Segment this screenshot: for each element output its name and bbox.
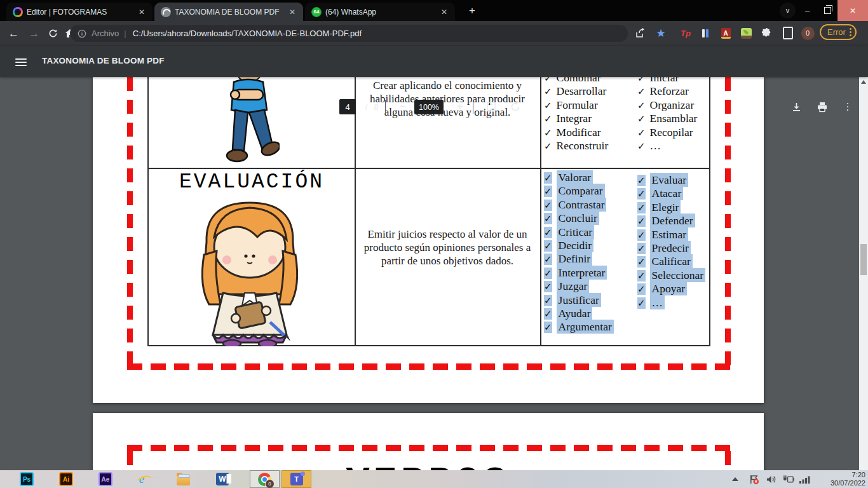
evaluation-row-title: EVALUACIÓN — [149, 170, 355, 194]
rotate-button[interactable] — [507, 99, 524, 114]
checkmark-icon: ✓ — [637, 100, 646, 111]
new-tab-button[interactable]: + — [466, 4, 478, 17]
profile-avatar-button[interactable]: 0 — [800, 25, 815, 41]
chrome-profile-badge: 0 — [266, 480, 274, 488]
illustrator-icon: Ai — [59, 472, 73, 486]
verb-item-selected: ✓Seleccionar — [637, 269, 705, 282]
pdf-more-options-button[interactable]: ⋮ — [840, 99, 855, 114]
checkmark-icon: ✓ — [637, 215, 646, 227]
zoom-in-button[interactable]: + — [452, 99, 468, 114]
scroll-up-arrow-icon[interactable] — [861, 80, 866, 84]
back-button[interactable]: ← — [5, 25, 22, 42]
pdf-menu-button[interactable] — [15, 57, 27, 68]
tray-volume[interactable] — [766, 471, 776, 487]
print-button[interactable] — [814, 99, 831, 114]
browser-window: Editor | FOTOGRAMAS ✕ TAXONOMIA DE BLOOM… — [0, 0, 868, 488]
bar-icon — [706, 29, 709, 37]
verb-item-selected: ✓Valorar — [544, 171, 614, 184]
tab-taxonomia-pdf[interactable]: TAXONOMIA DE BLOOM PDF ✕ — [154, 3, 303, 21]
clock-time: 7:20 — [817, 471, 865, 479]
extension-bars-button[interactable] — [698, 25, 713, 41]
book-icon: A — [721, 28, 731, 39]
close-window-button[interactable]: ✕ — [837, 0, 868, 21]
create-verbs-right: ✓Iniciar✓Reforzar✓Organizar✓Ensamblar✓Re… — [637, 77, 697, 152]
pdf-page-4: Crear aplicando el conocimiento y habili… — [93, 77, 764, 403]
download-button[interactable] — [788, 99, 804, 114]
share-button[interactable] — [633, 25, 648, 41]
extension-leaf-button[interactable] — [738, 25, 754, 41]
checkmark-icon: ✓ — [544, 240, 552, 252]
page-number-group: 4 / 8 — [339, 99, 379, 114]
fit-to-page-button[interactable] — [483, 99, 499, 114]
extension-book-button[interactable]: A — [718, 25, 733, 41]
avatar: 0 — [801, 27, 815, 40]
checkmark-icon: ✓ — [544, 281, 552, 292]
tray-network[interactable] — [799, 471, 810, 487]
checkmark-icon: ✓ — [544, 322, 552, 333]
tab-strip: Editor | FOTOGRAMAS ✕ TAXONOMIA DE BLOOM… — [0, 0, 868, 21]
bar-icon — [702, 29, 705, 37]
checkmark-icon: ✓ — [637, 140, 646, 152]
checkmark-icon: ✓ — [637, 243, 646, 254]
checkmark-icon: ✓ — [637, 229, 646, 241]
extension-panel-button[interactable] — [780, 25, 796, 41]
verb-item: ✓… — [637, 139, 697, 152]
puzzle-icon — [761, 28, 772, 39]
dashed-border-right — [725, 77, 731, 368]
verb-item-selected: ✓Criticar — [544, 226, 614, 239]
taskbar-aftereffects-button[interactable]: Ae — [98, 471, 113, 487]
checkmark-icon: ✓ — [544, 86, 552, 97]
minimize-button[interactable]: – — [797, 0, 817, 21]
checkmark-icon: ✓ — [544, 186, 552, 197]
tray-show-hidden-icons[interactable] — [732, 471, 738, 487]
taskbar-file-explorer-button[interactable] — [175, 471, 191, 487]
verb-item: ✓Organizar — [637, 98, 697, 112]
clock-date: 30/07/2022 — [817, 479, 865, 487]
tab-close-icon[interactable]: ✕ — [287, 8, 298, 17]
tab-close-icon[interactable]: ✕ — [438, 8, 450, 17]
flag-alert-icon — [749, 474, 759, 485]
folder-icon — [177, 475, 190, 485]
zoom-level-input[interactable]: 100% — [414, 100, 444, 114]
toolbar-divider — [473, 100, 473, 114]
checkmark-icon: ✓ — [637, 270, 646, 281]
restore-window-button[interactable] — [818, 0, 837, 21]
zoom-out-button[interactable]: − — [395, 99, 410, 114]
address-divider: | — [124, 29, 126, 38]
forward-button[interactable]: → — [25, 25, 43, 42]
checkmark-icon: ✓ — [637, 283, 646, 295]
tab-editor-fotogramas[interactable]: Editor | FOTOGRAMAS ✕ — [6, 3, 153, 21]
scrollbar-thumb[interactable] — [860, 244, 867, 275]
verb-item-selected: ✓Justificar — [544, 294, 614, 307]
checkmark-icon: ✓ — [637, 86, 646, 97]
taskbar-photoshop-button[interactable]: Ps — [19, 471, 34, 487]
taskbar-internet-explorer-button[interactable]: e — [137, 471, 152, 487]
vertical-scrollbar[interactable] — [859, 77, 868, 488]
evaluation-row-description: Emitir juicios respecto al valor de un p… — [360, 227, 535, 268]
taskbar-illustrator-button[interactable]: Ai — [58, 471, 74, 487]
checkmark-icon: ✓ — [544, 227, 552, 238]
tab-search-button[interactable]: v — [780, 3, 796, 18]
checkmark-icon: ✓ — [637, 188, 646, 200]
tray-clock[interactable]: 7:20 30/07/2022 — [817, 471, 865, 487]
tab-whatsapp[interactable]: 64 (64) WhatsApp ✕ — [305, 3, 455, 21]
reload-button[interactable] — [44, 25, 62, 42]
verb-item-selected: ✓Apoyar — [637, 282, 705, 295]
extension-tp-button[interactable]: Tp — [678, 25, 693, 41]
tray-action-center[interactable] — [749, 471, 759, 487]
tray-power-battery[interactable] — [783, 471, 794, 487]
bookmark-star-button[interactable]: ★ — [653, 25, 668, 41]
taskbar-chrome-button-active[interactable]: 0 — [250, 470, 280, 488]
tab-title: (64) WhatsApp — [325, 8, 435, 17]
browser-error-menu-button[interactable]: Error — [820, 24, 857, 40]
chrome-icon: 0 — [258, 473, 271, 486]
page-number-input[interactable]: 4 — [339, 99, 356, 114]
download-icon — [791, 102, 802, 112]
extensions-puzzle-button[interactable] — [759, 25, 774, 41]
teams-icon: T — [290, 473, 303, 485]
taskbar-word-button[interactable]: W — [215, 471, 230, 487]
taskbar-teams-button-active[interactable]: T — [281, 470, 311, 488]
address-bar[interactable]: Archivo | C:/Users/ahora/Downloads/TAXON… — [70, 25, 628, 42]
tab-close-icon[interactable]: ✕ — [136, 8, 147, 17]
color-wheel-favicon-icon — [13, 7, 23, 17]
